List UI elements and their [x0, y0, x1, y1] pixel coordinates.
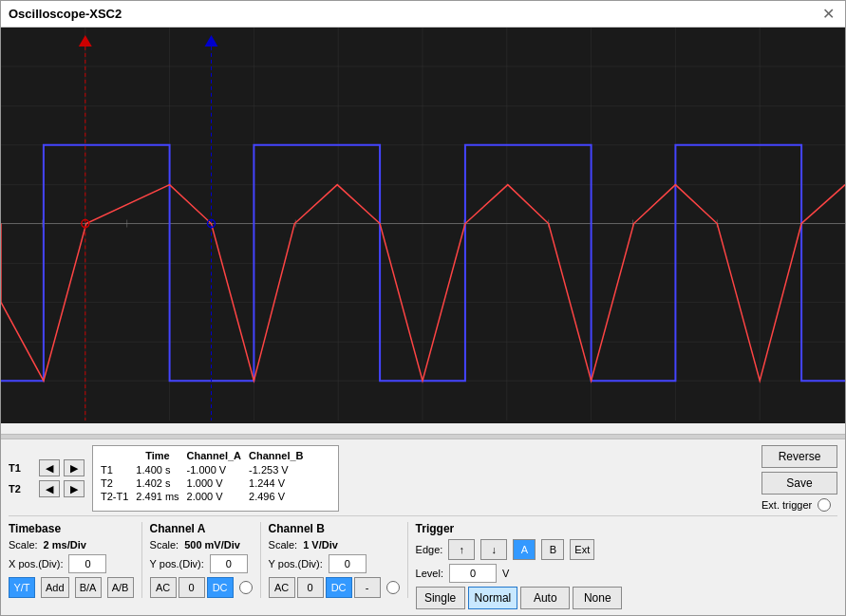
ext-trigger-row: Ext. trigger: [761, 498, 837, 512]
xpos-label: X pos.(Div):: [9, 558, 63, 569]
ab-button[interactable]: A/B: [107, 577, 134, 598]
chb-ypos-label: Y pos.(Div):: [269, 558, 323, 569]
trigger-level-unit: V: [502, 568, 509, 579]
right-buttons: Reverse Save Ext. trigger: [761, 445, 837, 512]
trigger-rise-button[interactable]: ↑: [448, 539, 475, 560]
chb-scale-row: Scale: 1 V/Div: [269, 539, 400, 551]
none-button[interactable]: None: [573, 587, 622, 609]
controls-panel: T1 ◀ ▶ T2 ◀ ▶ Time Channe: [1, 439, 845, 615]
trigger-fall-button[interactable]: ↓: [480, 539, 507, 560]
yt-button[interactable]: Y/T: [9, 577, 35, 598]
t1-row-label: T1: [101, 463, 136, 476]
trigger-title: Trigger: [416, 522, 623, 535]
trigger-edge-label: Edge:: [416, 544, 443, 555]
window-title: Oscilloscope-XSC2: [9, 7, 122, 21]
cha-coupling-row: AC 0 DC: [150, 577, 253, 598]
chb-ypos-input[interactable]: [329, 554, 367, 573]
cha-ypos-label: Y pos.(Div):: [150, 558, 204, 569]
t2-cha: 1.000 V: [187, 476, 249, 490]
chb-coupling-row: AC 0 DC -: [269, 577, 400, 598]
col-time: Time: [136, 450, 186, 463]
cha-dc-button[interactable]: DC: [207, 577, 234, 598]
ba-button[interactable]: B/A: [75, 577, 102, 598]
measurements-table: Time Channel_A Channel_B T1 1.400 s -1.0…: [101, 450, 311, 503]
oscilloscope-window: Oscilloscope-XSC2 ✕: [0, 0, 846, 616]
single-button[interactable]: Single: [416, 587, 465, 609]
cha-ypos-input[interactable]: [210, 554, 248, 573]
ext-trigger-label: Ext. trigger: [761, 499, 812, 511]
trigger-src-b-button[interactable]: B: [541, 539, 564, 560]
t1-measurement-row: T1 1.400 s -1.000 V -1.253 V: [101, 463, 311, 476]
oscilloscope-screen: [1, 28, 845, 423]
chb-radio[interactable]: [386, 581, 400, 594]
cha-scale-label: Scale:: [150, 539, 179, 551]
measurements-row: T1 ◀ ▶ T2 ◀ ▶ Time Channe: [9, 445, 837, 512]
chb-ac-button[interactable]: AC: [269, 577, 295, 598]
t1-cursor-row: T1 ◀ ▶: [9, 459, 85, 476]
trigger-edge-row: Edge: ↑ ↓ A B Ext: [416, 539, 623, 560]
cha-radio[interactable]: [239, 581, 253, 594]
t2-time: 1.402 s: [136, 476, 186, 490]
cursor-controls: T1 ◀ ▶ T2 ◀ ▶: [9, 445, 85, 512]
t1-label: T1: [9, 462, 35, 474]
trigger-section: Trigger Edge: ↑ ↓ A B Ext Level: V Singl…: [408, 522, 630, 609]
settings-row: Timebase Scale: 2 ms/Div X pos.(Div): Y/…: [9, 515, 837, 609]
t2-chb: 1.244 V: [249, 476, 310, 490]
timebase-scale-label: Scale:: [9, 539, 38, 551]
measurements-header-row: Time Channel_A Channel_B: [101, 450, 311, 463]
chb-dc-button[interactable]: DC: [326, 577, 352, 598]
channel-a-section: Channel A Scale: 500 mV/Div Y pos.(Div):…: [142, 522, 261, 598]
chb-scale-label: Scale:: [269, 539, 298, 551]
channel-b-section: Channel B Scale: 1 V/Div Y pos.(Div): AC…: [261, 522, 408, 598]
channel-b-title: Channel B: [269, 522, 400, 535]
cha-ac-button[interactable]: AC: [150, 577, 177, 598]
t2t1-row-label: T2-T1: [101, 490, 136, 503]
ext-trigger-radio[interactable]: [818, 498, 831, 512]
t1-cha: -1.000 V: [187, 463, 249, 476]
chb-ypos-row: Y pos.(Div):: [269, 554, 400, 573]
t1-time: 1.400 s: [136, 463, 186, 476]
chb-minus-button[interactable]: -: [354, 577, 381, 598]
trigger-src-a-button[interactable]: A: [513, 539, 536, 560]
t2t1-chb: 2.496 V: [249, 490, 310, 503]
cha-ypos-row: Y pos.(Div):: [150, 554, 253, 573]
normal-button[interactable]: Normal: [468, 587, 518, 609]
t2-row-label: T2: [101, 476, 136, 490]
oscilloscope-display: [1, 28, 845, 420]
trigger-mode-row: Single Normal Auto None: [416, 587, 623, 609]
cha-scale-value: 500 mV/Div: [184, 539, 240, 551]
t2-right-button[interactable]: ▶: [64, 480, 85, 497]
action-buttons: Reverse Save Ext. trigger: [761, 445, 837, 512]
measurements-box: Time Channel_A Channel_B T1 1.400 s -1.0…: [92, 445, 339, 512]
col-chb: Channel_B: [249, 450, 310, 463]
t2-cursor-row: T2 ◀ ▶: [9, 480, 85, 497]
trigger-level-input[interactable]: [449, 564, 497, 583]
timebase-title: Timebase: [9, 522, 134, 535]
t1-left-button[interactable]: ◀: [39, 459, 60, 476]
t2t1-time: 2.491 ms: [136, 490, 186, 503]
title-bar: Oscilloscope-XSC2 ✕: [1, 1, 845, 28]
add-button[interactable]: Add: [41, 577, 69, 598]
xpos-input[interactable]: [68, 554, 106, 573]
chb-val-button[interactable]: 0: [297, 577, 324, 598]
reverse-button[interactable]: Reverse: [761, 445, 837, 468]
timebase-xpos-row: X pos.(Div):: [9, 554, 134, 573]
col-cha: Channel_A: [187, 450, 249, 463]
channel-a-title: Channel A: [150, 522, 253, 535]
close-button[interactable]: ✕: [818, 5, 837, 24]
t2-left-button[interactable]: ◀: [39, 480, 60, 497]
timebase-scale-row: Scale: 2 ms/Div: [9, 539, 134, 551]
timebase-mode-row: Y/T Add B/A A/B: [9, 577, 134, 598]
auto-button[interactable]: Auto: [520, 587, 570, 609]
t1-chb: -1.253 V: [249, 463, 310, 476]
save-button[interactable]: Save: [761, 472, 837, 495]
cha-val-button[interactable]: 0: [179, 577, 205, 598]
trigger-level-row: Level: V: [416, 564, 623, 583]
trigger-level-label: Level:: [416, 568, 443, 579]
t2t1-measurement-row: T2-T1 2.491 ms 2.000 V 2.496 V: [101, 490, 311, 503]
timebase-section: Timebase Scale: 2 ms/Div X pos.(Div): Y/…: [9, 522, 142, 598]
cha-scale-row: Scale: 500 mV/Div: [150, 539, 253, 551]
chb-scale-value: 1 V/Div: [303, 539, 338, 551]
t1-right-button[interactable]: ▶: [64, 459, 85, 476]
trigger-src-ext-button[interactable]: Ext: [570, 539, 594, 560]
